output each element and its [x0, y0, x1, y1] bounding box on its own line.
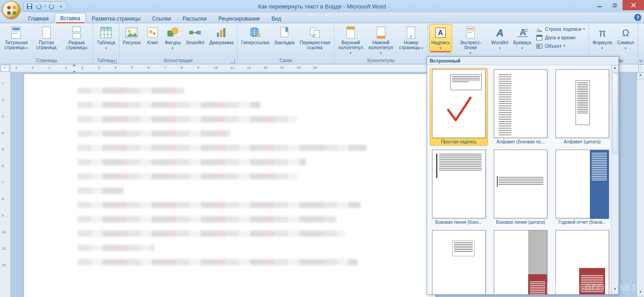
gallery-item[interactable]: Боковая линия (цитата) — [491, 148, 550, 226]
vertical-ruler[interactable]: 123456789101112 — [0, 72, 10, 297]
ruler-tick: 1 — [2, 81, 4, 85]
dropcap-icon: A — [515, 25, 530, 40]
ruler-tick: 4 — [2, 131, 4, 135]
tab-view[interactable]: Вид — [266, 13, 287, 23]
bookmark-button[interactable]: Закладка — [272, 24, 297, 46]
office-button[interactable] — [2, 1, 20, 19]
shapes-icon — [165, 25, 180, 40]
tab-insert[interactable]: Вставка — [55, 13, 86, 23]
gallery-item[interactable]: Годовой отчет (цитата) — [430, 229, 488, 294]
pagenum-button[interactable]: #Номер страницы ▾ — [396, 24, 426, 52]
svg-rect-33 — [220, 30, 222, 37]
margin-indicator-icon[interactable] — [72, 64, 76, 72]
window-title: Как перевернуть текст в Ворде - Microsof… — [258, 3, 386, 10]
sigline-button[interactable]: Строка подписи ▾ — [534, 25, 586, 33]
svg-text:π: π — [599, 27, 606, 39]
svg-text:A: A — [496, 27, 504, 38]
ruler-toggle-icon[interactable]: ⎸ — [638, 64, 644, 73]
gallery-item[interactable]: Головоломка (боков... — [491, 229, 550, 294]
tab-selector[interactable]: ⌐ — [0, 65, 9, 72]
group-label-illustrations: Иллюстрации — [121, 58, 236, 64]
dialog-launcher-icon[interactable] — [230, 59, 235, 63]
picture-button[interactable]: Рисунок — [121, 24, 143, 46]
smartart-button[interactable]: SmartArt — [183, 24, 206, 46]
svg-text:A: A — [438, 29, 444, 37]
gallery-scrollbar[interactable]: ▲ ▼ — [611, 65, 619, 294]
group-links: Гиперссылка Закладка Перекрестная ссылка… — [237, 23, 335, 64]
quickparts-button[interactable]: Экспресс-блоки▾ — [453, 24, 488, 57]
dropcap-button[interactable]: AБуквица▾ — [511, 24, 534, 52]
blurred-text — [78, 230, 345, 237]
object-button[interactable]: Объект ▾ — [534, 42, 586, 50]
gallery-thumb — [432, 150, 486, 218]
svg-point-2 — [7, 11, 11, 15]
chart-button[interactable]: Диаграмма — [207, 24, 236, 46]
svg-point-24 — [128, 30, 131, 33]
page-break-button[interactable]: Разрыв страницы — [62, 24, 91, 51]
equation-icon: π — [595, 25, 610, 40]
blurred-text — [78, 102, 260, 108]
help-icon[interactable]: ? — [634, 14, 641, 21]
tab-mailings[interactable]: Рассылки — [177, 13, 212, 23]
shapes-button[interactable]: Фигуры▾ — [162, 24, 183, 52]
header-button[interactable]: Верхний колонтитул ▾ — [336, 24, 365, 57]
undo-icon[interactable] — [34, 2, 42, 10]
svg-rect-50 — [467, 28, 474, 29]
undo-dropdown-icon[interactable]: ▾ — [43, 2, 47, 10]
dialog-launcher-icon[interactable] — [112, 59, 117, 63]
svg-point-29 — [172, 28, 178, 34]
svg-rect-5 — [28, 4, 31, 6]
vertical-scrollbar[interactable]: ▲ ▼ — [636, 72, 644, 297]
scrollbar-thumb[interactable] — [612, 73, 618, 154]
equation-button[interactable]: πФормула▾ — [590, 24, 614, 52]
scroll-down-icon[interactable]: ▼ — [637, 289, 644, 297]
gallery-item[interactable]: Алфавит (боковая по... — [491, 68, 550, 146]
svg-rect-30 — [189, 31, 193, 34]
gallery-item[interactable]: Простая надпись — [430, 68, 488, 146]
scroll-up-icon[interactable]: ▲ — [611, 65, 619, 73]
blurred-text — [78, 88, 184, 94]
ruler-tick: 3 — [2, 114, 4, 118]
gallery-item[interactable]: Алфавит (цитата) — [553, 68, 611, 146]
gallery-item-label: Простая надпись — [441, 139, 477, 144]
minimize-button[interactable] — [592, 0, 607, 10]
textbox-gallery: Встроенный Простая надписьАлфавит (боков… — [427, 56, 619, 295]
datetime-button[interactable]: Дата и время — [534, 33, 586, 42]
tab-references[interactable]: Ссылки — [146, 13, 177, 23]
ruler-tick: 7 — [164, 66, 166, 70]
gallery-item[interactable]: Годовой отчет (боков... — [553, 148, 611, 226]
save-icon[interactable] — [25, 2, 34, 10]
svg-rect-51 — [467, 30, 474, 31]
gallery-thumb — [494, 150, 547, 218]
document-page[interactable] — [24, 74, 436, 297]
ruler-tick: 9 — [197, 66, 199, 70]
table-button[interactable]: Таблица▾ — [94, 24, 117, 52]
textbox-button[interactable]: AНадпись▾ — [429, 24, 453, 52]
tab-home[interactable]: Главная — [22, 13, 55, 23]
gallery-thumb — [555, 69, 609, 138]
redo-icon[interactable] — [48, 2, 56, 10]
ribbon-tabs: Главная Вставка Разметка страницы Ссылки… — [0, 13, 644, 23]
footer-button[interactable]: Нижний колонтитул ▾ — [366, 24, 396, 57]
ruler-tick: 1 — [48, 66, 50, 70]
close-button[interactable] — [623, 0, 644, 10]
tab-layout[interactable]: Разметка страницы — [86, 13, 146, 23]
blurred-text — [78, 188, 123, 194]
symbol-button[interactable]: ΩСимвол▾ — [615, 24, 636, 52]
qat-customize-icon[interactable]: ▾ — [57, 2, 65, 10]
svg-point-3 — [13, 11, 16, 15]
blank-page-button[interactable]: Пустая страница — [31, 24, 61, 51]
clip-button[interactable]: Клип — [143, 24, 162, 46]
cover-page-button[interactable]: Титульная страница ▾ — [1, 24, 31, 52]
gallery-item[interactable]: Боковая линия (боко... — [430, 148, 488, 226]
maximize-button[interactable] — [607, 0, 623, 10]
svg-rect-40 — [314, 30, 319, 38]
ruler-tick: 6 — [148, 66, 149, 70]
wordart-button[interactable]: AWordArt▾ — [489, 24, 510, 52]
crossref-button[interactable]: Перекрестная ссылка — [297, 24, 333, 51]
svg-rect-60 — [537, 35, 542, 37]
hyperlink-button[interactable]: Гиперссылка — [239, 24, 271, 46]
tab-review[interactable]: Рецензирование — [212, 13, 266, 23]
blurred-text — [78, 216, 336, 222]
svg-point-0 — [7, 6, 11, 9]
